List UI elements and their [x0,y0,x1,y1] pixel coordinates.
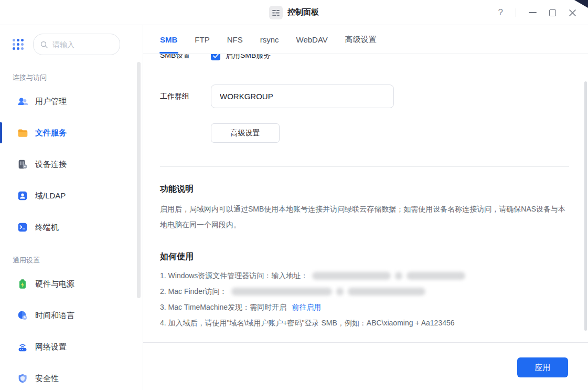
usage-item-2-text: 2. Mac Finder访问： [160,283,227,299]
sidebar-item-domain-ldap[interactable]: 域/LDAP [0,180,143,212]
device-icon [17,159,28,170]
enable-smb-checkbox[interactable] [211,54,220,60]
usage-item-3-text: 3. Mac TimeMachine发现：需同时开启 [160,299,286,315]
battery-icon [17,278,28,290]
sidebar-item-terminal[interactable]: 终端机 [0,212,143,243]
sidebar-item-file-service[interactable]: 文件服务 [0,117,143,149]
sidebar-item-label: 文件服务 [35,128,67,138]
sidebar-item-label: 终端机 [35,223,59,233]
app-launcher-icon[interactable] [13,39,24,50]
titlebar: 控制面板 ? [0,0,588,25]
shield-icon [17,373,28,384]
redacted-text [336,288,344,296]
advanced-settings-button[interactable]: 高级设置 [211,123,280,143]
tab-rsync[interactable]: rsync [260,25,279,54]
redacted-text [312,272,391,280]
tab-bar: SMB FTP NFS rsync WebDAV 高级设置 [143,25,588,54]
sidebar-item-security[interactable]: 安全性 [0,363,143,390]
close-button[interactable] [569,9,576,17]
settings-scroll-area: SMB设置 启用SMB服务 工作群组 高级设置 功能说明 启用后，局域网内可以通… [143,54,588,342]
folder-icon [17,127,28,139]
minimize-button[interactable] [529,12,537,13]
sidebar-item-network-settings[interactable]: 网络设置 [0,331,143,363]
clock-icon [17,310,28,321]
usage-item-1: 1. Windows资源文件管理器访问：输入地址： [160,268,567,283]
sidebar-item-label: 安全性 [35,374,59,384]
usage-list: 1. Windows资源文件管理器访问：输入地址： 2. Mac Finder访… [160,268,567,331]
controls-divider [516,8,516,17]
footer-bar: 应用 [143,342,588,390]
enable-smb-label[interactable]: 启用SMB服务 [226,54,271,60]
usage-item-3: 3. Mac TimeMachine发现：需同时开启 前往启用 [160,299,567,315]
tab-advanced-settings[interactable]: 高级设置 [345,25,377,54]
sidebar-item-label: 网络设置 [35,342,67,352]
feature-description-title: 功能说明 [160,184,588,195]
usage-item-4-text: 4. 加入域后，请使用"域名\域用户账户+密码"登录 SMB，例如：ABC\xi… [160,315,455,331]
redacted-text [407,272,465,280]
redacted-text [348,288,425,296]
sidebar-item-label: 时间和语言 [35,311,74,321]
sidebar: 连接与访问 用户管理 文件服务 设备连接 域/LDAP [0,25,143,390]
usage-item-2: 2. Mac Finder访问： [160,283,567,299]
sidebar-item-hardware-power[interactable]: 硬件与电源 [0,268,143,300]
usage-item-4: 4. 加入域后，请使用"域名\域用户账户+密码"登录 SMB，例如：ABC\xi… [160,315,567,331]
sidebar-item-label: 设备连接 [35,160,67,170]
workgroup-label: 工作群组 [160,92,211,101]
redacted-text [395,272,402,280]
cursor-artifact [574,0,588,8]
smb-setting-label: SMB设置 [160,54,211,60]
sidebar-item-label: 域/LDAP [35,191,66,201]
sidebar-item-label: 硬件与电源 [35,279,74,289]
search-icon [40,40,48,49]
main-scrollbar[interactable] [584,81,587,331]
tab-webdav[interactable]: WebDAV [296,25,328,54]
users-icon [17,96,28,107]
redacted-text [231,288,332,296]
window-title: 控制面板 [287,7,319,17]
feature-description-body: 启用后，局域网内可以通过SMB使用本地账号连接并访问绿联云存储数据；如需使用设备… [160,201,567,233]
maximize-button[interactable] [549,9,556,16]
control-panel-icon [269,6,283,19]
tab-smb[interactable]: SMB [160,25,177,54]
workgroup-input[interactable] [211,85,394,108]
section-label-connection: 连接与访问 [0,60,143,86]
main-panel: SMB FTP NFS rsync WebDAV 高级设置 SMB设置 启用SM… [143,25,588,390]
window-title-group: 控制面板 [269,6,319,19]
sidebar-item-device-connection[interactable]: 设备连接 [0,149,143,180]
terminal-icon [17,222,28,233]
sidebar-scrollbar[interactable] [137,62,141,298]
tab-nfs[interactable]: NFS [227,25,243,54]
apply-button[interactable]: 应用 [517,357,568,377]
tab-ftp[interactable]: FTP [195,25,209,54]
go-enable-link[interactable]: 前往启用 [292,299,321,315]
sidebar-search[interactable] [33,34,120,55]
how-to-use-title: 如何使用 [160,251,588,262]
section-label-general: 通用设置 [0,243,143,268]
section-divider [160,166,569,167]
network-icon [17,341,28,353]
sidebar-item-label: 用户管理 [35,97,67,107]
usage-item-1-text: 1. Windows资源文件管理器访问：输入地址： [160,268,308,283]
sidebar-item-user-management[interactable]: 用户管理 [0,86,143,117]
sidebar-item-time-language[interactable]: 时间和语言 [0,300,143,331]
domain-icon [17,190,28,202]
help-button[interactable]: ? [498,7,503,18]
search-input[interactable] [52,40,105,49]
